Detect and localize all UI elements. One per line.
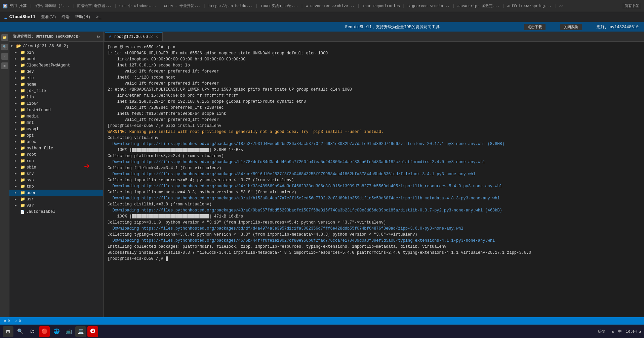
taskbar-start[interactable]: ⊞	[3, 326, 13, 337]
tree-item-var[interactable]: ▶ 📁 var	[9, 202, 103, 209]
terminal-line: Installing collected packages: platformd…	[108, 244, 640, 250]
tree-item-home[interactable]: ▶ 📁 home	[9, 81, 103, 88]
tree-item-srv[interactable]: ▶ 📁 srv	[9, 171, 103, 177]
tree-item-CloudResetPwdAgent[interactable]: ▶ 📁 CloudResetPwdAgent	[9, 62, 103, 68]
tree-item-bin[interactable]: ▶ 📁 bin	[9, 49, 103, 56]
tree-arrow: ▶	[15, 89, 20, 93]
tree-item-mysql[interactable]: ▶ 📁 mysql	[9, 126, 103, 132]
refresh-icon[interactable]: ↻	[97, 34, 100, 39]
terminal-line: Downloading https://files.pythonhosted.o…	[108, 207, 640, 213]
tree-arrow: ▶	[15, 121, 20, 125]
tree-item-tmp[interactable]: ▶ 📁 tmp	[9, 183, 103, 190]
tree-item-usr[interactable]: ▶ 📁 usr	[9, 196, 103, 202]
terminal-tab-main[interactable]: ⚡ root@121.36.66.2 ×	[105, 32, 163, 41]
browser-tab-2[interactable]: 汇编语言|老存器...	[77, 3, 112, 8]
tree-arrow: ▶	[15, 159, 20, 163]
tree-item-run[interactable]: ▶ 📁 run	[9, 158, 103, 164]
tree-item-sbin[interactable]: ▶ 📁 sbin	[9, 164, 103, 171]
tree-item-icon: 📁	[20, 165, 25, 170]
browser-tab-home[interactable]: 应用·推荐	[9, 3, 27, 8]
download-button[interactable]: 点击下载	[524, 24, 546, 30]
terminal-icon[interactable]: >_	[96, 14, 102, 20]
terminal-line: link/loopback 00:00:00:00:00:00 brd 00:0…	[108, 56, 640, 62]
tree-item-etc[interactable]: ▶ 📁 etc	[9, 75, 103, 81]
terminal-line: 2: eth0: <BROADCAST,MULTICAST,UP,LOWER_U…	[108, 87, 640, 93]
taskbar-browser[interactable]: 🌐	[51, 326, 62, 337]
tree-item-jdk_file[interactable]: ▶ 📁 jdk_file	[9, 88, 103, 94]
tree-item-media[interactable]: ▶ 📁 media	[9, 113, 103, 119]
tree-item-python_file[interactable]: ▶ 📁 python_file	[9, 145, 103, 151]
terminal-line: inet6 fe80::f816:3eff:fe46:9ebb/64 scope…	[108, 111, 640, 117]
tree-item-label: home	[27, 82, 36, 87]
taskbar-feedback[interactable]: 反馈	[598, 329, 605, 334]
taskbar-media[interactable]: 📺	[63, 326, 74, 337]
taskbar-search[interactable]: 🔍	[15, 326, 26, 337]
terminal-line: Downloading https://files.pythonhosted.o…	[108, 226, 640, 232]
taskbar-terminal[interactable]: 💻	[75, 326, 86, 337]
taskbar-app-w[interactable]: 🅦	[87, 326, 98, 337]
browser-tab-1[interactable]: 资讯·哔哔哩 ("...	[35, 3, 69, 8]
terminal-tab-icon: ⚡	[109, 34, 111, 39]
close-instance-button[interactable]: 关闭实例	[560, 24, 582, 30]
tree-item-root[interactable]: ▶ 📁 root	[9, 151, 103, 158]
terminal-line: Collecting typing-extensions>=3.6.4; pyt…	[108, 232, 640, 238]
tree-item-proc[interactable]: ▶ 📁 proc	[9, 139, 103, 145]
browser-tab-11[interactable]: JeffLi1993/spring...	[507, 4, 552, 8]
status-warnings: ⚠ 0	[15, 319, 21, 323]
terminal-line: valid_lft forever preferred_lft forever	[108, 117, 640, 123]
terminal-line: 100% |████████████████████████████████| …	[108, 213, 640, 220]
browser-tab-10[interactable]: JavaScript 函数定...	[457, 3, 499, 8]
browser-tab-4[interactable]: CSDN - 专业开发...	[164, 3, 201, 8]
terminal-output[interactable]: [root@hcss-ecs-c650 /]# ip a1: lo: <LOOP…	[104, 42, 644, 317]
browser-tab-3[interactable]: C++ 中 Windows...	[119, 3, 156, 8]
tree-item-label: jdk_file	[27, 89, 46, 93]
sidebar-icon-git[interactable]: ⑂	[1, 53, 8, 60]
browser-tab-8[interactable]: Your Repositories	[362, 4, 400, 8]
taskbar-app1[interactable]: 🔴	[39, 326, 50, 337]
tree-item-icon: 📁	[20, 107, 25, 112]
menu-view[interactable]: 查看(V)	[41, 14, 56, 20]
file-tree-panel: 资源管理器: UNTITLED (WORKSPACE) ↻ ▼ 📂 /(root…	[9, 32, 104, 317]
browser-tab-6[interactable]: THREE实战4_3D绘...	[260, 3, 298, 8]
tree-arrow: ▶	[15, 127, 20, 131]
tree-item-sys[interactable]: ▶ 📁 sys	[9, 177, 103, 183]
tree-item-lost+found[interactable]: ▶ 📁 lost+found	[9, 107, 103, 113]
sidebar-icon-search[interactable]: 🔍	[1, 44, 8, 50]
remote-banner: RemoteShell，支持升级为全量IDE的资源访问工具 点击下载 关闭实例 …	[0, 22, 644, 32]
tree-item-icon: 📁	[20, 63, 25, 68]
tree-item-lib64[interactable]: ▶ 📁 lib64	[9, 100, 103, 107]
tree-item-label: opt	[27, 133, 34, 138]
terminal-tab-close[interactable]: ×	[155, 34, 158, 40]
tree-item-label: run	[27, 159, 34, 163]
tree-item-dev[interactable]: ▶ 📁 dev	[9, 68, 103, 75]
sidebar-icon-extensions[interactable]: ⊞	[1, 62, 8, 69]
titlebar-menu: 查看(V) 终端 帮助(H)	[41, 14, 90, 20]
tree-item-mnt[interactable]: ▶ 📁 mnt	[9, 119, 103, 126]
menu-terminal[interactable]: 终端	[62, 14, 70, 20]
browser-tab-7[interactable]: W Devcenter Archive...	[306, 4, 355, 8]
tree-item-.autorelabel[interactable]: 📄 .autorelabel	[9, 209, 103, 215]
sidebar-icon-files[interactable]: 📁	[1, 34, 8, 41]
menu-help[interactable]: 帮助(H)	[75, 14, 90, 20]
tree-item-boot[interactable]: ▶ 📁 boot	[9, 56, 103, 62]
terminal-line: Collecting zipp>=3.1.0; python_version <…	[108, 220, 640, 226]
tree-item-lib[interactable]: ▶ 📁 lib	[9, 94, 103, 100]
taskbar-files[interactable]: 🗂	[27, 326, 38, 337]
tree-item-opt[interactable]: ▶ 📁 opt	[9, 132, 103, 139]
browser-tab-5[interactable]: https://pan.baidu...	[208, 4, 253, 8]
tree-item-icon: 📁	[20, 146, 25, 151]
browser-tab-9[interactable]: BigScreen Studio...	[407, 4, 449, 8]
tree-item-label: dev	[27, 69, 34, 74]
error-icon: ⊗	[4, 319, 6, 323]
browser-tab-more[interactable]: >>	[559, 4, 563, 8]
file-tree-content[interactable]: ▼ 📂 /(root@121.36.66.2) ▶ 📁 bin ▶ 📁 boot…	[9, 42, 103, 317]
terminal-line: Collecting platformdirs3,>=2.4 (from vir…	[108, 153, 640, 159]
tree-root[interactable]: ▼ 📂 /(root@121.36.66.2)	[9, 43, 103, 49]
terminal-line: [root@hcss-ecs-c650 /]# ip a	[108, 44, 640, 50]
browser-bookmark[interactable]: 所有书签	[622, 3, 641, 9]
tree-item-icon: 📁	[20, 69, 25, 74]
tree-item-label: usr	[27, 197, 34, 202]
terminal-line: valid_lft forever preferred_lft forever	[108, 81, 640, 87]
tree-item-user[interactable]: ▶ 📁 user	[9, 190, 103, 196]
tree-item-icon: 📁	[20, 127, 25, 132]
